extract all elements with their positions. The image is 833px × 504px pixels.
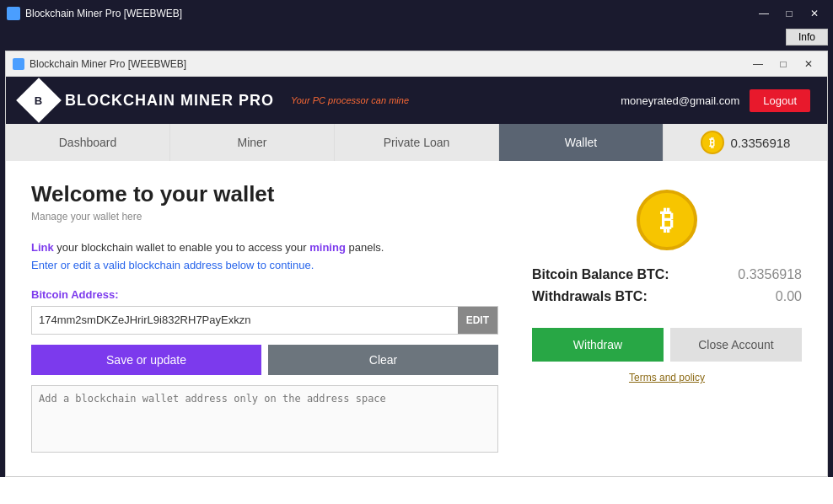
bitcoin-coin-small: ₿ bbox=[701, 131, 724, 154]
user-email: moneyrated@gmail.com bbox=[621, 94, 739, 107]
tab-private-loan[interactable]: Private Loan bbox=[335, 124, 499, 161]
inner-maximize-button[interactable]: □ bbox=[771, 56, 795, 72]
main-content: Welcome to your wallet Manage your walle… bbox=[6, 161, 827, 476]
outer-close-button[interactable]: ✕ bbox=[803, 5, 826, 22]
outer-maximize-button[interactable]: □ bbox=[777, 5, 801, 22]
address-row: EDIT bbox=[31, 306, 498, 335]
inner-window-title: Blockchain Miner Pro [WEEBWEB] bbox=[30, 58, 186, 70]
bitcoin-coin-large: ₿ bbox=[637, 190, 697, 250]
balance-info: Bitcoin Balance BTC: 0.3356918 Withdrawa… bbox=[532, 267, 802, 311]
outer-window-title: Blockchain Miner Pro [WEEBWEB] bbox=[25, 8, 182, 19]
info-button[interactable]: Info bbox=[786, 29, 828, 46]
bitcoin-balance-value: 0.3356918 bbox=[738, 267, 802, 282]
notes-textarea[interactable] bbox=[31, 385, 498, 453]
withdrawals-value: 0.00 bbox=[776, 289, 802, 304]
withdraw-button[interactable]: Withdraw bbox=[532, 328, 664, 362]
logo-diamond-letter: B bbox=[35, 94, 42, 106]
outer-window-controls: — □ ✕ bbox=[752, 5, 826, 22]
bitcoin-balance-row: Bitcoin Balance BTC: 0.3356918 bbox=[532, 267, 802, 282]
app-header: B Blockchain Miner Pro Your PC processor… bbox=[6, 77, 827, 124]
outer-title-bar: Blockchain Miner Pro [WEEBWEB] — □ ✕ bbox=[0, 0, 833, 27]
outer-minimize-button[interactable]: — bbox=[752, 5, 776, 22]
info-text: Link your blockchain wallet to enable yo… bbox=[31, 239, 498, 275]
withdrawals-label: Withdrawals BTC: bbox=[532, 289, 648, 304]
logout-button[interactable]: Logout bbox=[750, 89, 810, 112]
app-icon bbox=[7, 7, 20, 20]
bitcoin-balance-label: Bitcoin Balance BTC: bbox=[532, 267, 669, 282]
inner-window: Blockchain Miner Pro [WEEBWEB] — □ ✕ B B… bbox=[5, 51, 828, 477]
close-account-button[interactable]: Close Account bbox=[670, 328, 802, 362]
tab-miner[interactable]: Miner bbox=[170, 124, 335, 161]
clear-button[interactable]: Clear bbox=[268, 345, 498, 375]
wallet-subtitle: Manage your wallet here bbox=[31, 211, 498, 223]
inner-app-icon bbox=[13, 58, 24, 70]
save-update-button[interactable]: Save or update bbox=[31, 345, 261, 375]
nav-balance-value: 0.3356918 bbox=[731, 136, 791, 150]
wallet-title: Welcome to your wallet bbox=[31, 181, 498, 207]
bitcoin-address-input[interactable] bbox=[32, 307, 458, 334]
link-highlight: Link bbox=[31, 241, 54, 254]
terms-link[interactable]: Terms and policy bbox=[629, 372, 705, 383]
logo-text: Blockchain Miner Pro bbox=[65, 92, 274, 110]
inner-minimize-button[interactable]: — bbox=[746, 56, 770, 72]
right-buttons: Withdraw Close Account bbox=[532, 328, 802, 362]
nav-balance-display: ₿ 0.3356918 bbox=[664, 124, 827, 161]
enter-link: Enter or edit a valid blockchain address… bbox=[31, 259, 314, 271]
inner-close-button[interactable]: ✕ bbox=[797, 56, 820, 72]
nav-tabs: Dashboard Miner Private Loan Wallet ₿ 0.… bbox=[6, 124, 827, 161]
edit-button[interactable]: EDIT bbox=[458, 307, 497, 334]
right-panel: ₿ Bitcoin Balance BTC: 0.3356918 Withdra… bbox=[532, 181, 802, 456]
logo-diamond: B bbox=[16, 78, 62, 123]
left-panel: Welcome to your wallet Manage your walle… bbox=[31, 181, 498, 456]
withdrawals-row: Withdrawals BTC: 0.00 bbox=[532, 289, 802, 304]
mining-highlight: mining bbox=[309, 241, 346, 254]
header-right: moneyrated@gmail.com Logout bbox=[621, 89, 810, 112]
inner-title-bar: Blockchain Miner Pro [WEEBWEB] — □ ✕ bbox=[6, 51, 827, 77]
logo-tagline: Your PC processor can mine bbox=[291, 95, 409, 105]
inner-window-controls: — □ ✕ bbox=[746, 56, 820, 72]
action-buttons: Save or update Clear bbox=[31, 345, 498, 375]
tab-wallet[interactable]: Wallet bbox=[499, 124, 664, 161]
tab-dashboard[interactable]: Dashboard bbox=[6, 124, 170, 161]
bitcoin-address-label: Bitcoin Address: bbox=[31, 288, 498, 301]
logo-area: B Blockchain Miner Pro Your PC processor… bbox=[23, 84, 409, 116]
